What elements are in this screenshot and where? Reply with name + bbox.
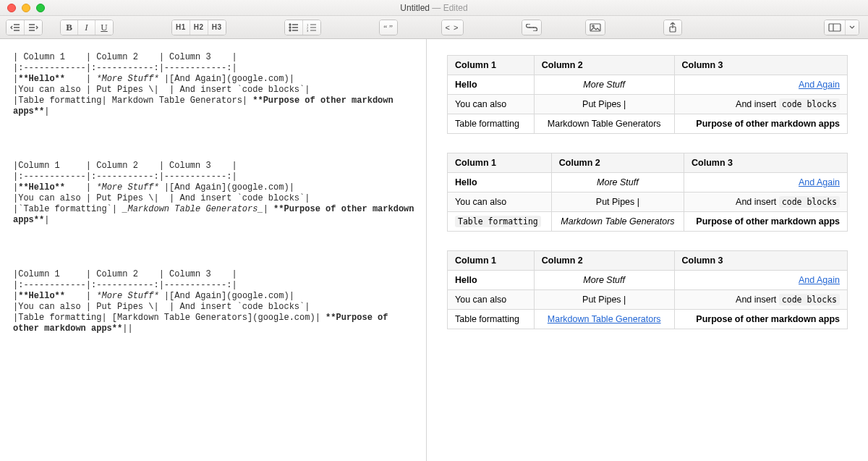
image-group: [585, 20, 605, 35]
table-cell: Table formatting: [448, 114, 535, 134]
share-group: [663, 20, 682, 35]
link[interactable]: And Again: [799, 177, 840, 187]
table-cell: Purpose of other markdown apps: [674, 114, 847, 134]
table-row: HelloMore StuffAnd Again: [448, 75, 848, 95]
indent-button[interactable]: [25, 20, 42, 35]
table-cell: Markdown Table Generators: [551, 212, 684, 232]
minimize-window-button[interactable]: [22, 4, 30, 12]
bold-text: Hello: [455, 275, 477, 285]
code-span: code blocks: [779, 294, 840, 305]
preview-pane: Column 1Column 2Column 3HelloMore StuffA…: [427, 39, 868, 461]
code-span: code blocks: [779, 98, 840, 110]
share-button[interactable]: [664, 20, 681, 35]
image-button[interactable]: [586, 20, 605, 35]
table-row: Table formattingMarkdown Table Generator…: [448, 310, 848, 329]
table-row: You can alsoPut Pipes |And insert code b…: [448, 95, 848, 114]
panels-button[interactable]: [825, 20, 846, 35]
preview-table: Column 1Column 2Column 3HelloMore StuffA…: [447, 250, 848, 329]
link[interactable]: Markdown Table Generators: [548, 314, 661, 324]
table-header: Column 1: [448, 251, 535, 271]
table-header: Column 3: [674, 251, 847, 271]
table-cell: And Again: [684, 173, 848, 193]
toolbar: B I U H1 H2 H3 123 “ ” < >: [0, 16, 868, 39]
close-window-button[interactable]: [7, 4, 16, 12]
table-cell: Table formatting: [448, 212, 552, 232]
link[interactable]: And Again: [799, 275, 840, 285]
svg-point-0: [289, 24, 291, 25]
italic-text: More Stuff: [583, 275, 625, 285]
underline-button[interactable]: U: [95, 20, 113, 35]
table-row: Table formattingMarkdown Table Generator…: [448, 114, 848, 134]
table-cell: More Stuff: [551, 173, 684, 193]
panels-menu-button[interactable]: [846, 20, 859, 35]
markdown-editor[interactable]: | Column 1 | Column 2 | Column 3 | |:---…: [0, 39, 427, 461]
quote-group: “ ”: [379, 20, 398, 35]
table-row: Table formattingMarkdown Table Generator…: [448, 212, 848, 232]
table-header: Column 1: [448, 56, 535, 75]
bold-text: Purpose of other markdown apps: [696, 216, 840, 227]
table-header: Column 3: [684, 153, 848, 173]
blockquote-button[interactable]: “ ”: [380, 20, 397, 35]
table-header: Column 2: [551, 153, 684, 173]
style-group: B I U: [60, 20, 114, 35]
table-cell: Table formatting: [448, 310, 535, 329]
traffic-lights: [7, 4, 45, 12]
table-cell: Purpose of other markdown apps: [674, 310, 847, 329]
svg-point-1: [289, 27, 291, 28]
h2-button[interactable]: H2: [190, 20, 208, 35]
bold-text: Purpose of other markdown apps: [696, 314, 840, 324]
table-row: You can alsoPut Pipes |And insert code b…: [448, 290, 848, 310]
italic-text: Markdown Table Generators: [561, 216, 674, 227]
bold-text: Purpose of other markdown apps: [696, 119, 840, 129]
italic-text: More Stuff: [597, 177, 639, 187]
table-row: HelloMore StuffAnd Again: [448, 271, 848, 290]
table-header: Column 2: [534, 251, 674, 271]
code-group: < >: [441, 20, 464, 35]
h1-button[interactable]: H1: [172, 20, 190, 35]
window-titlebar: Untitled — Edited: [0, 0, 868, 16]
table-cell: Purpose of other markdown apps: [684, 212, 848, 232]
document-title: Untitled: [400, 3, 430, 13]
table-cell: And insert code blocks: [674, 95, 847, 114]
code-button[interactable]: < >: [442, 20, 463, 35]
table-cell: You can also: [448, 290, 535, 310]
table-cell: Hello: [448, 271, 535, 290]
table-cell: And insert code blocks: [674, 290, 847, 310]
table-cell: Hello: [448, 75, 535, 95]
view-group: [824, 20, 859, 35]
link[interactable]: And Again: [799, 80, 840, 90]
svg-point-7: [592, 25, 593, 26]
table-row: You can alsoPut Pipes |And insert code b…: [448, 193, 848, 212]
table-cell: More Stuff: [534, 271, 674, 290]
h3-button[interactable]: H3: [208, 20, 226, 35]
code-span: code blocks: [779, 196, 840, 208]
table-header: Column 3: [674, 56, 847, 75]
number-list-button[interactable]: 123: [303, 20, 320, 35]
edited-indicator: — Edited: [430, 3, 468, 13]
link-button[interactable]: [522, 20, 541, 35]
table-cell: Put Pipes |: [551, 193, 684, 212]
table-cell: You can also: [448, 193, 552, 212]
window-title: Untitled — Edited: [0, 3, 868, 13]
heading-group: H1 H2 H3: [171, 20, 226, 35]
bold-button[interactable]: B: [61, 20, 78, 35]
svg-text:3: 3: [307, 29, 309, 32]
preview-table: Column 1Column 2Column 3HelloMore StuffA…: [447, 153, 848, 232]
preview-table: Column 1Column 2Column 3HelloMore StuffA…: [447, 55, 848, 134]
table-row: HelloMore StuffAnd Again: [448, 173, 848, 193]
table-header: Column 2: [534, 56, 674, 75]
list-group: 123: [284, 20, 321, 35]
code-span: Table formatting: [455, 216, 541, 227]
link-group: [522, 20, 542, 35]
table-cell: Markdown Table Generators: [534, 114, 674, 134]
bullet-list-button[interactable]: [285, 20, 303, 35]
table-cell: Markdown Table Generators: [534, 310, 674, 329]
svg-point-2: [289, 30, 291, 31]
table-cell: More Stuff: [534, 75, 674, 95]
indent-group: [6, 20, 43, 35]
bold-text: Hello: [455, 80, 477, 90]
zoom-window-button[interactable]: [36, 4, 45, 12]
outdent-button[interactable]: [7, 20, 25, 35]
table-cell: You can also: [448, 95, 535, 114]
italic-button[interactable]: I: [78, 20, 95, 35]
